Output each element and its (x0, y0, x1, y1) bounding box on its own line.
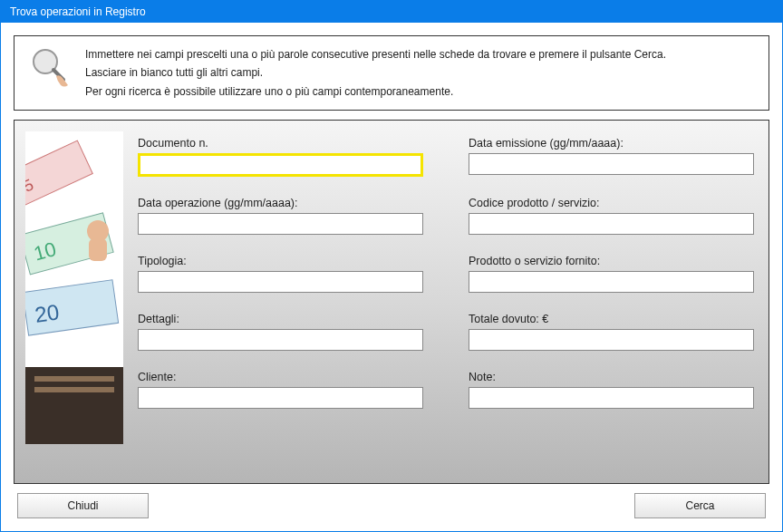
svg-rect-11 (34, 387, 114, 392)
input-totale-dovuto[interactable] (469, 329, 754, 351)
label-codice-prodotto: Codice prodotto / servizio: (469, 197, 754, 209)
field-note: Note: (469, 371, 754, 409)
label-data-operazione: Data operazione (gg/mm/aaaa): (138, 197, 423, 209)
field-data-operazione: Data operazione (gg/mm/aaaa): (138, 197, 423, 235)
input-prodotto-servizio[interactable] (469, 271, 754, 293)
input-data-emissione[interactable] (469, 153, 754, 175)
side-image: 5 10 20 (25, 131, 123, 444)
form-grid: Documento n. Data emissione (gg/mm/aaaa)… (138, 131, 754, 472)
label-cliente: Cliente: (138, 371, 423, 383)
field-codice-prodotto: Codice prodotto / servizio: (469, 197, 754, 235)
svg-text:20: 20 (34, 300, 61, 327)
info-line-2: Lasciare in bianco tutti gli altri campi… (85, 63, 666, 82)
field-tipologia: Tipologia: (138, 255, 423, 293)
input-documento-n[interactable] (138, 153, 423, 177)
label-totale-dovuto: Totale dovuto: € (469, 313, 754, 325)
label-data-emissione: Data emissione (gg/mm/aaaa): (469, 137, 754, 150)
field-cliente: Cliente: (138, 371, 423, 409)
input-tipologia[interactable] (138, 271, 423, 293)
field-documento-n: Documento n. (138, 137, 423, 177)
magnifier-icon (27, 45, 72, 91)
input-note[interactable] (469, 387, 754, 409)
input-codice-prodotto[interactable] (469, 213, 754, 235)
content-area: Immettere nei campi prescelti una o più … (1, 23, 782, 531)
input-cliente[interactable] (138, 387, 423, 409)
info-text: Immettere nei campi prescelti una o più … (85, 45, 666, 101)
field-dettagli: Dettagli: (138, 313, 423, 351)
input-dettagli[interactable] (138, 329, 423, 351)
titlebar: Trova operazioni in Registro (1, 1, 782, 23)
label-note: Note: (469, 371, 754, 383)
search-window: Trova operazioni in Registro Immettere n… (0, 0, 783, 532)
svg-rect-10 (34, 376, 114, 382)
search-button[interactable]: Cerca (634, 493, 766, 518)
label-dettagli: Dettagli: (138, 313, 423, 325)
info-line-3: Per ogni ricerca è possibile utilizzare … (85, 82, 666, 101)
svg-rect-13 (89, 238, 107, 261)
info-line-1: Immettere nei campi prescelti una o più … (85, 45, 666, 63)
info-box: Immettere nei campi prescelti una o più … (14, 35, 769, 111)
button-row: Chiudi Cerca (14, 493, 769, 518)
field-prodotto-servizio: Prodotto o servizio fornito: (469, 255, 754, 293)
label-tipologia: Tipologia: (138, 255, 423, 267)
label-documento-n: Documento n. (138, 137, 423, 150)
window-title: Trova operazioni in Registro (10, 5, 146, 18)
field-data-emissione: Data emissione (gg/mm/aaaa): (469, 137, 754, 177)
close-button[interactable]: Chiudi (17, 493, 149, 518)
field-totale-dovuto: Totale dovuto: € (469, 313, 754, 351)
form-area: 5 10 20 (14, 120, 769, 484)
input-data-operazione[interactable] (138, 213, 423, 235)
label-prodotto-servizio: Prodotto o servizio fornito: (469, 255, 754, 267)
